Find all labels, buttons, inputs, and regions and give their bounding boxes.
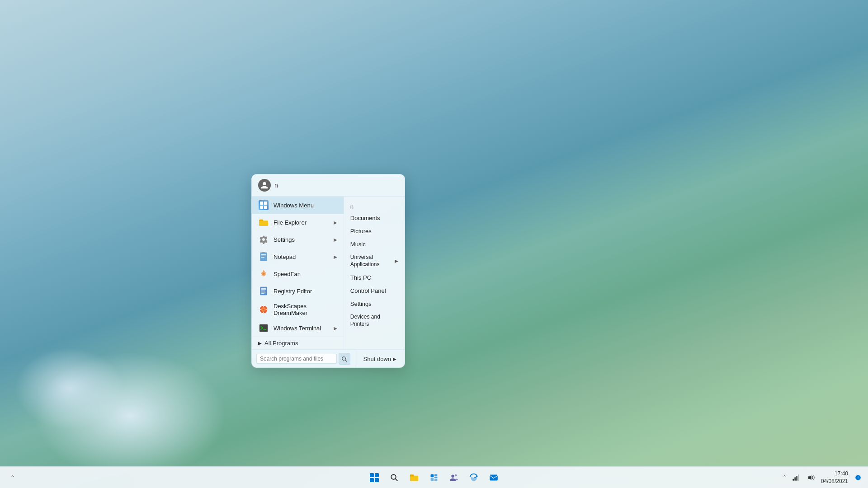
place-devices-printers[interactable]: Devices and Printers xyxy=(344,310,405,331)
menu-body: Windows Menu File Explorer ▶ xyxy=(252,197,405,349)
place-pictures[interactable]: Pictures xyxy=(344,225,405,238)
landscape-decoration xyxy=(0,199,868,470)
notepad-icon xyxy=(258,251,269,262)
svg-line-25 xyxy=(345,360,347,361)
apps-panel: Windows Menu File Explorer ▶ xyxy=(252,197,344,349)
all-programs-label: All Programs xyxy=(264,340,298,347)
app-label-notepad: Notepad xyxy=(274,253,334,260)
svg-rect-44 xyxy=(796,476,797,481)
svg-rect-22 xyxy=(259,324,268,332)
start-menu-header: n xyxy=(252,174,405,197)
teams-taskbar-button[interactable] xyxy=(445,469,463,487)
app-item-windows-menu[interactable]: Windows Menu xyxy=(252,197,344,214)
start-menu: n Windows Menu xyxy=(251,174,405,368)
show-hidden-icons-button[interactable]: ⌃ xyxy=(4,469,22,487)
svg-rect-12 xyxy=(261,291,265,291)
show-hidden-tray-button[interactable]: ⌃ xyxy=(783,474,787,480)
svg-rect-34 xyxy=(431,474,434,477)
shutdown-button[interactable]: Shut down ▶ xyxy=(360,354,400,364)
user-avatar xyxy=(258,179,271,192)
app-label-windows-terminal: Windows Terminal xyxy=(274,325,334,332)
taskbar-center xyxy=(365,469,503,487)
app-label-file-explorer: File Explorer xyxy=(274,219,334,226)
app-item-notepad[interactable]: Notepad ▶ xyxy=(252,248,344,265)
svg-rect-2 xyxy=(259,221,268,226)
action-center-button[interactable]: i xyxy=(852,471,864,484)
svg-rect-11 xyxy=(261,289,266,290)
shutdown-label: Shut down xyxy=(363,356,391,362)
app-item-settings[interactable]: Settings ▶ xyxy=(252,231,344,248)
svg-point-39 xyxy=(451,474,454,478)
app-item-file-explorer[interactable]: File Explorer ▶ xyxy=(252,214,344,231)
svg-rect-6 xyxy=(261,257,264,258)
all-programs-arrow-icon: ▶ xyxy=(258,341,262,346)
svg-marker-46 xyxy=(808,475,811,480)
registry-editor-icon xyxy=(258,286,269,296)
svg-rect-27 xyxy=(375,473,379,477)
file-explorer-icon xyxy=(258,217,269,228)
place-documents[interactable]: Documents xyxy=(344,211,405,225)
app-item-windows-terminal[interactable]: Windows Terminal ▶ xyxy=(252,319,344,337)
windows-menu-icon xyxy=(258,200,269,211)
documents-label: Documents xyxy=(350,215,380,221)
places-header: n xyxy=(344,200,405,211)
places-panel: n Documents Pictures Music Universal App… xyxy=(344,197,405,349)
svg-point-40 xyxy=(455,474,457,476)
universal-apps-label: Universal Applications xyxy=(350,254,393,268)
settings-place-label: Settings xyxy=(350,300,372,307)
svg-point-17 xyxy=(263,309,264,310)
svg-rect-28 xyxy=(370,478,374,482)
shutdown-area: Shut down ▶ xyxy=(355,350,405,367)
place-settings[interactable]: Settings xyxy=(344,297,405,310)
bottom-search-area xyxy=(252,350,355,367)
app-label-registry-editor: Registry Editor xyxy=(274,288,337,295)
windows-terminal-icon xyxy=(258,323,269,333)
svg-rect-38 xyxy=(434,479,438,481)
pictures-label: Pictures xyxy=(350,228,372,235)
place-this-pc[interactable]: This PC xyxy=(344,271,405,284)
this-pc-label: This PC xyxy=(350,274,371,281)
all-programs-item[interactable]: ▶ All Programs xyxy=(252,337,344,349)
svg-rect-36 xyxy=(434,476,438,478)
start-button[interactable] xyxy=(365,469,383,487)
terminal-arrow: ▶ xyxy=(334,326,337,331)
system-clock[interactable]: 17:40 04/08/2021 xyxy=(821,470,848,485)
file-explorer-arrow: ▶ xyxy=(334,220,337,225)
notification-area: ⌃ xyxy=(783,471,817,484)
file-explorer-taskbar[interactable] xyxy=(405,469,423,487)
svg-rect-3 xyxy=(260,253,267,261)
desktop: n Windows Menu xyxy=(0,0,868,488)
search-programs-button[interactable] xyxy=(339,353,350,365)
settings-arrow: ▶ xyxy=(334,237,337,242)
taskbar-right: ⌃ xyxy=(783,470,864,485)
svg-rect-4 xyxy=(261,254,266,255)
settings-icon xyxy=(258,234,269,245)
place-universal-apps[interactable]: Universal Applications ▶ xyxy=(344,251,405,271)
place-control-panel[interactable]: Control Panel xyxy=(344,284,405,297)
music-label: Music xyxy=(350,241,366,248)
volume-tray-icon[interactable] xyxy=(805,471,817,484)
app-item-speedfan[interactable]: SpeedFan xyxy=(252,265,344,282)
place-music[interactable]: Music xyxy=(344,238,405,251)
svg-rect-35 xyxy=(434,474,438,476)
app-label-windows-menu: Windows Menu xyxy=(274,202,337,209)
clock-date: 04/08/2021 xyxy=(821,478,848,485)
mail-taskbar-button[interactable] xyxy=(485,469,503,487)
search-taskbar-button[interactable] xyxy=(385,469,403,487)
app-item-deskscapes[interactable]: DeskScapes DreamMaker xyxy=(252,300,344,319)
control-panel-label: Control Panel xyxy=(350,287,386,294)
clock-time: 17:40 xyxy=(821,470,848,478)
svg-rect-10 xyxy=(261,288,266,289)
svg-rect-26 xyxy=(370,473,374,477)
svg-rect-45 xyxy=(798,474,799,480)
svg-rect-33 xyxy=(410,474,414,476)
speedfan-icon xyxy=(258,268,269,279)
edge-taskbar-button[interactable] xyxy=(465,469,483,487)
svg-rect-43 xyxy=(794,477,796,480)
widgets-taskbar-button[interactable] xyxy=(425,469,443,487)
app-label-settings: Settings xyxy=(274,236,334,243)
app-item-registry-editor[interactable]: Registry Editor xyxy=(252,282,344,300)
network-tray-icon[interactable] xyxy=(789,471,802,484)
svg-rect-42 xyxy=(793,479,794,480)
search-programs-input[interactable] xyxy=(256,354,337,364)
